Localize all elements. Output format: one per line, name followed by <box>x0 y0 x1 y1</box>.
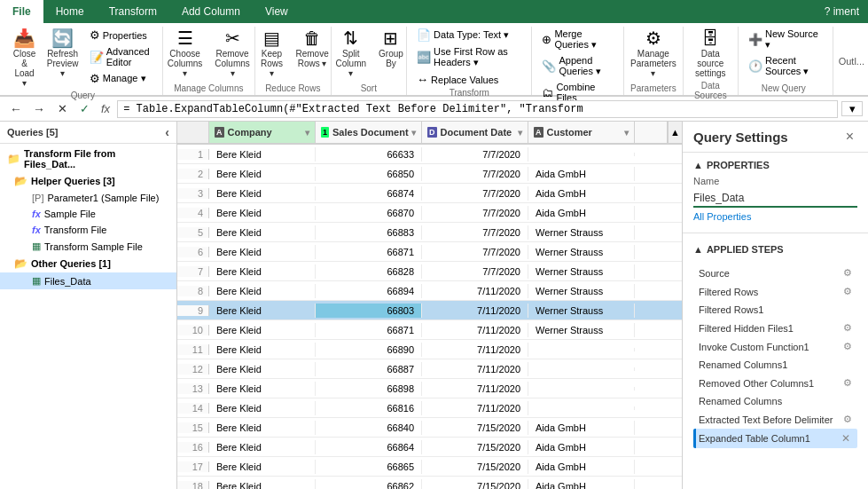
remove-rows-button[interactable]: 🗑 RemoveRows ▾ <box>293 27 332 71</box>
data-type-button[interactable]: 📄 Data Type: Text ▾ <box>412 27 526 43</box>
new-source-button[interactable]: ➕ New Source ▾ <box>744 27 824 52</box>
applied-step-item[interactable]: Expanded Table Column1✕ <box>693 429 857 448</box>
applied-step-item[interactable]: Extracted Text Before Delimiter⚙ <box>693 410 857 429</box>
step-gear-btn[interactable]: ⚙ <box>843 267 852 279</box>
table-row[interactable]: 14 Bere Kleid 66816 7/11/2020 <box>177 398 682 418</box>
grid-body[interactable]: 1 Bere Kleid 66633 7/7/2020 2 Bere Kleid… <box>177 145 682 489</box>
cell-sales-doc: 66887 <box>316 362 422 376</box>
doc-date-sort-btn[interactable]: ▾ <box>518 128 522 138</box>
formula-back-button[interactable]: ← <box>5 99 27 119</box>
formula-dropdown-button[interactable]: ▾ <box>841 101 863 116</box>
keep-rows-button[interactable]: ▤ KeepRows ▾ <box>254 27 290 81</box>
table-row[interactable]: 7 Bere Kleid 66828 7/7/2020 Werner Strau… <box>177 262 682 281</box>
formula-input[interactable] <box>117 100 838 118</box>
table-row[interactable]: 8 Bere Kleid 66894 7/11/2020 Werner Stra… <box>177 281 682 301</box>
settings-close-button[interactable]: × <box>842 129 857 145</box>
table-row[interactable]: 10 Bere Kleid 66871 7/11/2020 Werner Str… <box>177 320 682 340</box>
remove-columns-button[interactable]: ✂ RemoveColumns ▾ <box>210 27 254 81</box>
refresh-preview-button[interactable]: 🔄 RefreshPreview ▾ <box>44 27 82 81</box>
advanced-editor-button[interactable]: 📝 Advanced Editor <box>85 44 157 69</box>
col-header-company[interactable]: A Company ▾ <box>209 122 316 143</box>
first-row-headers-button[interactable]: 🔤 Use First Row as Headers ▾ <box>412 44 526 70</box>
properties-button[interactable]: ⚙ Properties <box>85 27 157 43</box>
queries-collapse-button[interactable]: ‹ <box>165 125 169 139</box>
table-row[interactable]: 2 Bere Kleid 66850 7/7/2020 Aida GmbH <box>177 164 682 184</box>
applied-step-item[interactable]: Removed Other Columns1⚙ <box>693 374 857 392</box>
col-header-sales-doc[interactable]: 1 Sales Document ▾ <box>316 122 422 143</box>
tab-home[interactable]: Home <box>43 0 97 23</box>
query-item-sample-file[interactable]: fx Sample File <box>0 206 176 222</box>
table-row[interactable]: 13 Bere Kleid 66898 7/11/2020 <box>177 379 682 398</box>
merge-queries-button[interactable]: ⊕ Merge Queries ▾ <box>537 27 618 52</box>
col-header-customer[interactable]: A Customer ▾ <box>528 122 635 143</box>
queries-group-other[interactable]: 📂 Other Queries [1] <box>0 255 176 272</box>
applied-step-item[interactable]: Invoke Custom Function1⚙ <box>693 337 857 356</box>
col-header-doc-date[interactable]: D Document Date ▾ <box>422 122 528 143</box>
sales-doc-sort-btn[interactable]: ▾ <box>411 128 416 138</box>
first-row-icon: 🔤 <box>417 51 431 64</box>
close-load-button[interactable]: 📥 Close &Load ▾ <box>9 27 41 91</box>
step-gear-btn[interactable]: ⚙ <box>843 341 852 352</box>
table-row[interactable]: 18 Bere Kleid 66862 7/15/2020 Aida GmbH <box>177 477 682 489</box>
query-item-transform-sample[interactable]: ▦ Transform Sample File <box>0 238 176 255</box>
table-row[interactable]: 12 Bere Kleid 66887 7/11/2020 <box>177 359 682 379</box>
table-row[interactable]: 9 Bere Kleid 66803 7/11/2020 Werner Stra… <box>177 301 682 320</box>
applied-step-item[interactable]: Renamed Columns1 <box>693 356 857 374</box>
cell-sales-doc: 66883 <box>316 225 422 240</box>
cell-customer <box>528 406 635 410</box>
manage-cols-label: Manage Columns <box>174 83 243 95</box>
data-source-settings-button[interactable]: 🗄 Data sourcesettings <box>689 27 732 81</box>
query-item-files-data[interactable]: ▦ Files_Data <box>0 272 176 289</box>
table-row[interactable]: 5 Bere Kleid 66883 7/7/2020 Werner Strau… <box>177 223 682 242</box>
step-gear-btn[interactable]: ⚙ <box>843 414 852 425</box>
queries-group-transform[interactable]: 📁 Transform File from Files_Dat... <box>0 146 176 172</box>
remove-rows-icon: 🗑 <box>303 29 321 47</box>
queries-group-helper[interactable]: 📂 Helper Queries [3] <box>0 172 176 190</box>
replace-values-button[interactable]: ↔ Replace Values <box>412 71 526 88</box>
table-row[interactable]: 15 Bere Kleid 66840 7/15/2020 Aida GmbH <box>177 418 682 438</box>
properties-icon: ⚙ <box>90 28 100 42</box>
applied-step-item[interactable]: Source⚙ <box>693 264 857 282</box>
formula-cancel-button[interactable]: ✕ <box>53 99 72 118</box>
step-gear-btn[interactable]: ⚙ <box>843 286 852 297</box>
table-row[interactable]: 17 Bere Kleid 66865 7/15/2020 Aida GmbH <box>177 457 682 477</box>
tab-transform[interactable]: Transform <box>97 0 169 23</box>
table-row[interactable]: 6 Bere Kleid 66871 7/7/2020 Werner Strau… <box>177 242 682 262</box>
table-row[interactable]: 16 Bere Kleid 66864 7/15/2020 Aida GmbH <box>177 438 682 457</box>
recent-sources-button[interactable]: 🕐 Recent Sources ▾ <box>744 53 824 79</box>
all-properties-link[interactable]: All Properties <box>693 211 857 222</box>
query-item-transform-file[interactable]: fx Transform File <box>0 222 176 238</box>
query-name-input[interactable] <box>693 190 857 208</box>
new-query-label: New Query <box>762 83 806 95</box>
step-gear-btn[interactable]: ⚙ <box>843 322 852 334</box>
manage-button[interactable]: ⚙ Manage ▾ <box>85 70 157 87</box>
tab-add-column[interactable]: Add Column <box>169 0 253 23</box>
step-delete-btn[interactable]: ✕ <box>841 432 850 445</box>
step-gear-btn[interactable]: ⚙ <box>843 377 852 389</box>
append-queries-button[interactable]: 📎 Append Queries ▾ <box>537 53 618 79</box>
grid-scroll-up-btn[interactable]: ▲ <box>668 122 682 143</box>
company-sort-btn[interactable]: ▾ <box>305 128 309 138</box>
applied-step-item[interactable]: Renamed Columns <box>693 392 857 410</box>
applied-steps-header: ▲ APPLIED STEPS <box>683 237 868 264</box>
tab-view[interactable]: View <box>253 0 301 23</box>
group-by-button[interactable]: ⊞ GroupBy <box>375 27 407 71</box>
split-column-button[interactable]: ⇅ SplitColumn ▾ <box>331 27 371 81</box>
table-row[interactable]: 1 Bere Kleid 66633 7/7/2020 <box>177 145 682 164</box>
customer-sort-btn[interactable]: ▾ <box>624 128 629 138</box>
applied-step-item[interactable]: Filtered Hidden Files1⚙ <box>693 319 857 337</box>
tab-file[interactable]: File <box>0 0 43 23</box>
formula-forward-button[interactable]: → <box>28 99 50 119</box>
choose-columns-button[interactable]: ☰ ChooseColumns ▾ <box>163 27 207 81</box>
cell-sales-doc: 66865 <box>316 460 422 474</box>
query-item-parameter1[interactable]: [P] Parameter1 (Sample File) <box>0 190 176 206</box>
table-row[interactable]: 4 Bere Kleid 66870 7/7/2020 Aida GmbH <box>177 203 682 223</box>
table-row[interactable]: 3 Bere Kleid 66874 7/7/2020 Aida GmbH <box>177 184 682 203</box>
table-row[interactable]: 11 Bere Kleid 66890 7/11/2020 <box>177 340 682 359</box>
formula-confirm-button[interactable]: ✓ <box>75 99 94 118</box>
group-by-label: GroupBy <box>379 49 403 68</box>
applied-step-item[interactable]: Filtered Rows1 <box>693 301 857 319</box>
manage-params-button[interactable]: ⚙ ManageParameters ▾ <box>626 27 681 81</box>
new-source-icon: ➕ <box>748 33 762 46</box>
applied-step-item[interactable]: Filtered Rows⚙ <box>693 282 857 301</box>
